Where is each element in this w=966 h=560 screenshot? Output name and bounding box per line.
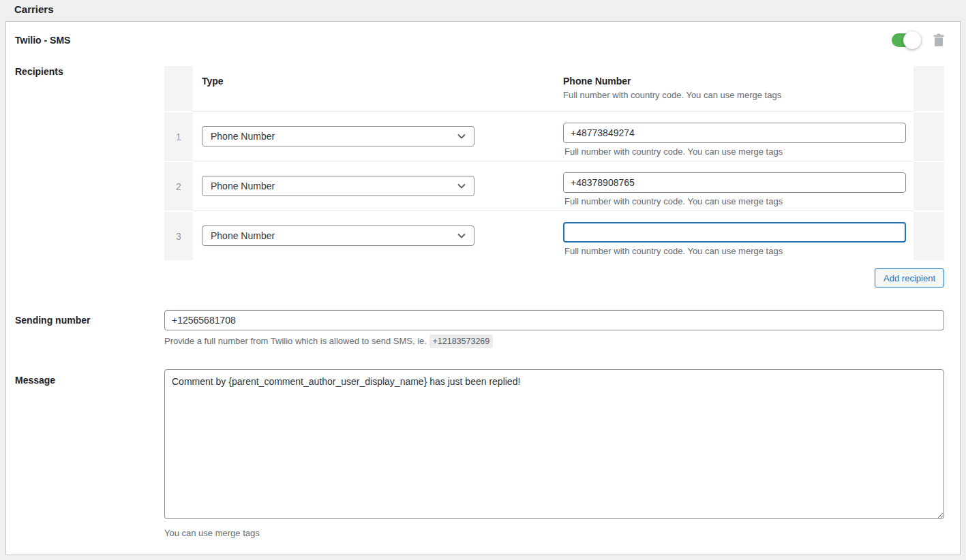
recipient-type-select[interactable]: Phone Number xyxy=(202,176,474,196)
sending-number-row: Sending number Provide a full number fro… xyxy=(6,310,960,346)
add-recipient-button[interactable]: Add recipient xyxy=(875,268,944,287)
recipient-type-value: Phone Number xyxy=(211,230,275,241)
recipient-phone-input[interactable] xyxy=(563,123,906,143)
page-title: Carriers xyxy=(0,0,966,21)
recipient-phone-input[interactable] xyxy=(563,172,906,193)
chevron-down-icon xyxy=(457,233,466,238)
sending-number-help-text: Provide a full number from Twilio which … xyxy=(164,336,427,346)
sending-number-label: Sending number xyxy=(15,310,164,346)
message-row: Message Comment by {parent_comment_autho… xyxy=(6,369,960,538)
row-type-cell: Phone Number xyxy=(193,111,554,161)
sending-number-help: Provide a full number from Twilio which … xyxy=(164,336,944,346)
recipient-type-value: Phone Number xyxy=(211,181,275,191)
recipient-row-1: 1 Phone Number Full number with c xyxy=(164,111,944,161)
recipient-row-3: 3 Phone Number Full number with c xyxy=(164,211,944,260)
header-index-cell xyxy=(164,66,193,111)
row-action-cell xyxy=(914,161,944,211)
chevron-down-icon xyxy=(457,134,466,139)
phone-input-help: Full number with country code. You can u… xyxy=(564,146,906,157)
phone-column-title: Phone Number xyxy=(563,76,905,87)
recipients-table: Type Phone Number Full number with count… xyxy=(164,66,944,260)
carrier-title: Twilio - SMS xyxy=(15,35,70,46)
carrier-enabled-toggle[interactable] xyxy=(892,33,919,47)
message-field: Comment by {parent_comment_author_user_d… xyxy=(164,369,944,538)
recipients-field: Type Phone Number Full number with count… xyxy=(164,66,944,287)
carrier-header-actions xyxy=(892,33,945,47)
chevron-down-icon xyxy=(457,183,466,189)
message-help: You can use merge tags xyxy=(164,528,944,538)
recipients-row: Recipients Type Phone Number Full number… xyxy=(6,66,960,287)
toggle-knob xyxy=(903,31,921,49)
header-action-cell xyxy=(914,66,944,111)
row-phone-cell: Full number with country code. You can u… xyxy=(554,161,914,211)
recipient-row-2: 2 Phone Number Full number with c xyxy=(164,161,944,211)
message-label: Message xyxy=(15,369,164,538)
type-column-title: Type xyxy=(202,76,545,87)
sending-number-input[interactable] xyxy=(164,310,944,330)
row-index: 2 xyxy=(164,161,193,211)
table-header-row: Type Phone Number Full number with count… xyxy=(164,66,944,111)
row-action-cell xyxy=(914,211,944,260)
row-index: 1 xyxy=(164,111,193,161)
recipient-type-value: Phone Number xyxy=(211,131,275,142)
phone-column-description: Full number with country code. You can u… xyxy=(563,90,905,100)
phone-input-help: Full number with country code. You can u… xyxy=(564,246,906,256)
recipient-type-select[interactable]: Phone Number xyxy=(202,225,474,246)
header-phone-cell: Phone Number Full number with country co… xyxy=(554,66,914,111)
row-phone-cell: Full number with country code. You can u… xyxy=(554,111,914,161)
recipient-type-select[interactable]: Phone Number xyxy=(202,126,474,146)
add-recipient-row: Add recipient xyxy=(164,268,944,287)
recipients-label: Recipients xyxy=(15,66,164,287)
recipient-phone-input[interactable] xyxy=(563,222,906,243)
row-type-cell: Phone Number xyxy=(193,161,554,211)
carrier-panel-header: Twilio - SMS xyxy=(6,22,960,66)
header-type-cell: Type xyxy=(193,66,554,111)
sending-number-field: Provide a full number from Twilio which … xyxy=(164,310,944,346)
row-action-cell xyxy=(914,111,944,161)
row-index: 3 xyxy=(164,211,193,260)
phone-input-help: Full number with country code. You can u… xyxy=(564,196,906,206)
message-textarea[interactable]: Comment by {parent_comment_author_user_d… xyxy=(164,369,944,519)
carriers-page: Carriers Twilio - SMS Recipients xyxy=(0,0,966,560)
row-type-cell: Phone Number xyxy=(193,211,554,260)
row-phone-cell: Full number with country code. You can u… xyxy=(554,211,914,260)
trash-icon[interactable] xyxy=(933,33,945,47)
sending-number-example: +12183573269 xyxy=(429,335,494,348)
carrier-panel: Twilio - SMS Recipients xyxy=(5,21,961,555)
